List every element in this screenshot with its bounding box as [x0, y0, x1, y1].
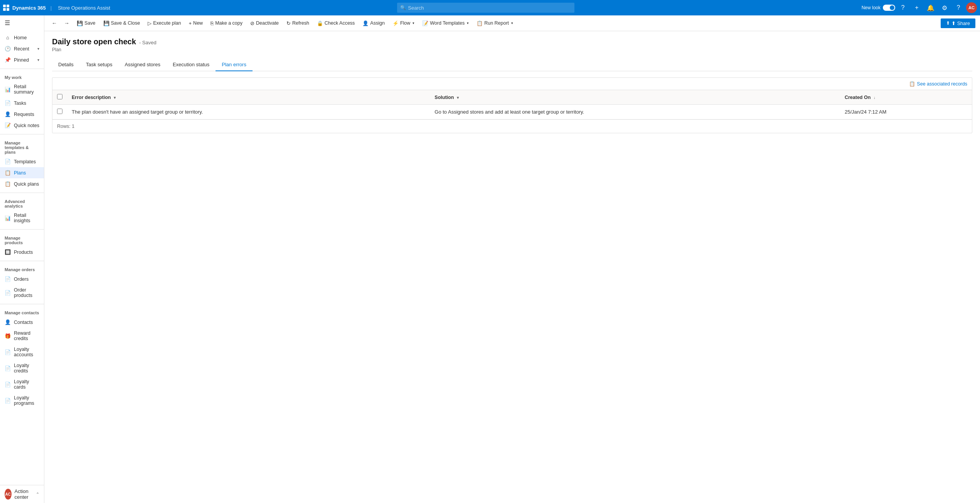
action-center[interactable]: AC Action center ⌃ — [0, 485, 44, 503]
retail-insights-icon: 📊 — [5, 215, 11, 221]
assign-button[interactable]: 👤 Assign — [359, 18, 388, 28]
sidebar-label-loyalty-credits: Loyalty credits — [14, 363, 39, 374]
sidebar-item-plans[interactable]: 📋 Plans — [0, 167, 44, 178]
search-input[interactable] — [397, 3, 574, 13]
sidebar-item-tasks[interactable]: 📄 Tasks — [0, 97, 44, 109]
assign-icon: 👤 — [362, 20, 369, 26]
sidebar-item-orders[interactable]: 📄 Orders — [0, 273, 44, 285]
save-close-icon: 💾 — [103, 20, 109, 26]
forward-button[interactable]: → — [61, 18, 72, 29]
add-icon[interactable]: + — [911, 2, 923, 14]
retail-summary-icon: 📊 — [5, 87, 11, 92]
share-icon: ⬆ — [946, 20, 950, 26]
sidebar-item-templates[interactable]: 📄 Templates — [0, 156, 44, 167]
sidebar-item-pinned[interactable]: 📌 Pinned ▾ — [0, 54, 44, 65]
deactivate-icon: ⊘ — [250, 20, 254, 26]
sidebar-item-products[interactable]: 🔲 Products — [0, 246, 44, 258]
flow-button[interactable]: ⚡ Flow ▾ — [389, 18, 418, 28]
word-templates-chevron: ▾ — [467, 21, 469, 25]
header-error-description[interactable]: Error description ▾ — [67, 90, 430, 105]
topbar-actions: New look ? + 🔔 ⚙ ? AC — [862, 2, 977, 14]
word-templates-button[interactable]: 📝 Word Templates ▾ — [419, 18, 472, 28]
sidebar-item-recent[interactable]: 🕐 Recent ▾ — [0, 43, 44, 54]
sidebar-item-loyalty-programs[interactable]: 📄 Loyalty programs — [0, 392, 44, 409]
flow-icon: ⚡ — [392, 20, 399, 26]
header-checkbox-cell — [52, 90, 67, 105]
hamburger-menu[interactable]: ☰ — [0, 15, 44, 30]
tab-assigned-stores[interactable]: Assigned stores — [118, 59, 167, 71]
sidebar-item-loyalty-credits[interactable]: 📄 Loyalty credits — [0, 360, 44, 376]
main-layout: ☰ ⌂ Home 🕐 Recent ▾ 📌 Pinned ▾ My work — [0, 15, 980, 503]
tab-execution-status[interactable]: Execution status — [167, 59, 216, 71]
recent-icon: 🕐 — [5, 46, 11, 52]
quick-plans-icon: 📋 — [5, 181, 11, 187]
action-center-chevron: ⌃ — [36, 492, 39, 497]
run-report-button[interactable]: 📋 Run Report ▾ — [473, 18, 516, 28]
header-solution[interactable]: Solution ▾ — [430, 90, 840, 105]
tab-task-setups[interactable]: Task setups — [80, 59, 119, 71]
sidebar-item-requests[interactable]: 👤 Requests — [0, 109, 44, 120]
sidebar-label-quick-plans: Quick plans — [14, 181, 39, 187]
sidebar-label-requests: Requests — [14, 112, 39, 117]
home-icon: ⌂ — [5, 35, 11, 40]
run-report-chevron: ▾ — [511, 21, 513, 25]
sidebar-item-reward-credits[interactable]: 🎁 Reward credits — [0, 328, 44, 344]
refresh-button[interactable]: ↻ Refresh — [283, 18, 312, 28]
loyalty-programs-icon: 📄 — [5, 398, 11, 404]
contacts-header: Manage contacts — [0, 307, 44, 317]
sidebar-label-loyalty-programs: Loyalty programs — [14, 395, 39, 406]
new-button[interactable]: + New — [186, 18, 206, 28]
sidebar-item-retail-insights[interactable]: 📊 Retail insights — [0, 210, 44, 226]
select-all-checkbox[interactable] — [57, 94, 62, 99]
new-look-toggle[interactable] — [883, 5, 895, 11]
share-button[interactable]: ⬆ ⬆ Share — [941, 18, 975, 28]
app-logo[interactable]: Dynamics 365 — [3, 5, 46, 11]
tab-details[interactable]: Details — [52, 59, 80, 71]
sidebar-label-reward-credits: Reward credits — [14, 330, 39, 341]
check-access-button[interactable]: 🔒 Check Access — [314, 18, 358, 28]
sidebar-item-retail-summary[interactable]: 📊 Retail summary — [0, 81, 44, 97]
tab-plan-errors[interactable]: Plan errors — [216, 59, 253, 71]
sidebar-label-contacts: Contacts — [14, 320, 39, 325]
check-access-icon: 🔒 — [317, 20, 323, 26]
save-close-button[interactable]: 💾 Save & Close — [100, 18, 143, 28]
errors-table: Error description ▾ Solution ▾ Created O… — [52, 90, 972, 119]
solution-sort-icon: ▾ — [457, 96, 459, 100]
table-header-row: Error description ▾ Solution ▾ Created O… — [52, 90, 972, 105]
see-associated-link[interactable]: 📋 See associated records — [909, 81, 967, 87]
sidebar-item-order-products[interactable]: 📄 Order products — [0, 285, 44, 301]
action-center-avatar: AC — [5, 489, 12, 500]
table-row: The plan doesn't have an assigned target… — [52, 105, 972, 119]
header-created-on[interactable]: Created On ↓ — [840, 90, 972, 105]
sidebar-label-plans: Plans — [14, 170, 39, 176]
sidebar-section-mywork: My work 📊 Retail summary 📄 Tasks 👤 Reque… — [0, 70, 44, 132]
save-icon: 💾 — [77, 20, 83, 26]
execute-plan-button[interactable]: ▷ Execute plan — [145, 18, 184, 28]
sidebar-item-loyalty-cards[interactable]: 📄 Loyalty cards — [0, 376, 44, 392]
notifications-icon[interactable]: 🔔 — [924, 2, 937, 14]
sidebar-item-quick-plans[interactable]: 📋 Quick plans — [0, 178, 44, 189]
back-button[interactable]: ← — [49, 18, 60, 29]
settings-icon[interactable]: ⚙ — [938, 2, 951, 14]
sidebar-section-analytics: Advanced analytics 📊 Retail insights — [0, 194, 44, 228]
deactivate-button[interactable]: ⊘ Deactivate — [247, 18, 282, 28]
question-icon[interactable]: ? — [952, 2, 965, 14]
help-icon[interactable]: ? — [897, 2, 909, 14]
row-checkbox[interactable] — [57, 109, 62, 114]
sidebar-label-templates: Templates — [14, 159, 39, 164]
plans-icon: 📋 — [5, 170, 11, 176]
sidebar-item-quick-notes[interactable]: 📝 Quick notes — [0, 120, 44, 131]
dynamics-grid-icon — [3, 5, 9, 11]
contacts-icon: 👤 — [5, 319, 11, 325]
sidebar-label-retail-insights: Retail insights — [14, 213, 39, 223]
sidebar-item-home[interactable]: ⌂ Home — [0, 32, 44, 43]
avatar[interactable]: AC — [966, 2, 977, 13]
make-copy-button[interactable]: ⎘ Make a copy — [207, 18, 246, 28]
sidebar-section-contacts: Manage contacts 👤 Contacts 🎁 Reward cred… — [0, 306, 44, 410]
sidebar-item-loyalty-accounts[interactable]: 📄 Loyalty accounts — [0, 344, 44, 360]
analytics-header: Advanced analytics — [0, 196, 44, 210]
sidebar-label-recent: Recent — [14, 46, 34, 52]
save-button[interactable]: 💾 Save — [74, 18, 99, 28]
sidebar-item-contacts[interactable]: 👤 Contacts — [0, 317, 44, 328]
new-look-container: New look — [862, 5, 895, 11]
